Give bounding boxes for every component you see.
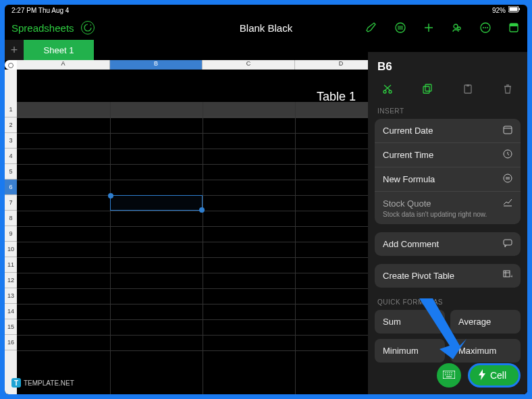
row-header[interactable]: 11 (5, 257, 17, 273)
svg-point-45 (447, 374, 448, 375)
comment-icon (503, 238, 512, 250)
svg-point-14 (487, 27, 488, 28)
battery-icon (508, 6, 521, 14)
create-pivot-table[interactable]: Create Pivot Table + (375, 264, 521, 288)
bolt-icon (478, 369, 486, 382)
row-header[interactable]: 4 (5, 149, 17, 164)
insert-item-label: Current Time (383, 150, 433, 160)
keyboard-button[interactable] (437, 363, 461, 388)
insert-current-date[interactable]: Current Date (375, 119, 521, 143)
add-comment[interactable]: Add Comment (375, 232, 521, 256)
cell-panel: B6 INSERT Current Date Current Time New … (368, 52, 527, 394)
svg-rect-2 (519, 8, 521, 10)
selection-handle-icon[interactable] (199, 207, 205, 213)
copy-icon[interactable] (421, 83, 433, 95)
watermark-icon: T (11, 378, 21, 388)
svg-point-47 (451, 374, 452, 375)
qf-minimum[interactable]: Minimum (375, 339, 445, 363)
organize-icon[interactable] (507, 21, 521, 34)
cell-button-label: Cell (490, 370, 506, 381)
pivot-label: Create Pivot Table (383, 271, 454, 281)
equals-icon (503, 174, 512, 185)
more-icon[interactable] (479, 21, 492, 34)
svg-rect-16 (510, 24, 518, 26)
selected-cell[interactable] (110, 195, 203, 211)
row-header-col: 1 2 3 4 5 6 7 8 9 10 11 12 13 14 15 16 (5, 70, 17, 394)
insert-new-formula[interactable]: New Formula (375, 167, 521, 192)
svg-point-10 (458, 27, 460, 30)
row-header[interactable]: 14 (5, 304, 17, 319)
svg-rect-34 (504, 240, 512, 245)
insert-current-time[interactable]: Current Time (375, 143, 521, 167)
clock-icon (503, 149, 512, 161)
row-header[interactable]: 3 (5, 133, 17, 149)
table-header-row (17, 102, 368, 117)
svg-point-46 (449, 374, 450, 375)
row-header[interactable]: 10 (5, 242, 17, 257)
back-label: Spreadsheets (11, 22, 74, 34)
row-header[interactable]: 9 (5, 226, 17, 242)
row-header[interactable]: 13 (5, 288, 17, 304)
svg-text:+: + (510, 274, 512, 279)
cut-icon[interactable] (381, 83, 394, 95)
watermark: T TEMPLATE.NET (11, 378, 74, 388)
svg-point-41 (447, 372, 448, 373)
row-header[interactable]: 7 (5, 195, 17, 211)
svg-point-44 (445, 374, 446, 375)
col-header[interactable]: C (203, 60, 295, 70)
row-header[interactable]: 15 (5, 319, 17, 335)
sheet-tab[interactable]: Sheet 1 (24, 40, 94, 60)
col-header[interactable]: A (17, 60, 110, 70)
svg-point-30 (504, 174, 512, 182)
svg-point-9 (454, 24, 458, 28)
svg-rect-48 (446, 377, 452, 377)
stock-subtext: Stock data isn't updating right now. (383, 211, 487, 218)
brush-icon[interactable] (365, 21, 379, 34)
insert-stock-quote[interactable]: Stock Quote Stock data isn't updating ri… (375, 192, 521, 224)
insert-section-label: INSERT (377, 107, 521, 115)
list-icon[interactable] (394, 21, 407, 34)
insert-item-label: New Formula (383, 174, 435, 184)
svg-point-42 (449, 372, 450, 373)
row-header[interactable]: 6 (5, 180, 17, 195)
qf-maximum[interactable]: Maximum (450, 339, 521, 363)
battery-percent: 92% (492, 7, 506, 14)
row-header[interactable]: 5 (5, 164, 17, 180)
calendar-icon (503, 125, 512, 136)
svg-point-13 (485, 27, 486, 28)
selection-handle-icon[interactable] (108, 193, 113, 198)
paste-icon[interactable] (462, 83, 474, 95)
svg-line-19 (384, 85, 390, 90)
back-button[interactable]: Spreadsheets (11, 21, 95, 34)
svg-rect-22 (425, 84, 431, 91)
insert-item-label: Current Date (383, 126, 433, 136)
svg-point-43 (451, 372, 452, 373)
col-header[interactable]: B (110, 60, 203, 70)
chart-icon (503, 198, 512, 209)
add-sheet-button[interactable]: + (5, 40, 24, 60)
svg-rect-39 (443, 371, 455, 379)
pivot-icon: + (503, 270, 512, 282)
cell-reference: B6 (377, 60, 521, 74)
collaborate-icon[interactable] (450, 21, 464, 34)
svg-point-40 (445, 372, 446, 373)
row-header[interactable]: 16 (5, 335, 17, 350)
keyboard-icon (443, 369, 455, 381)
svg-rect-1 (510, 7, 518, 11)
qf-sum[interactable]: Sum (375, 310, 445, 334)
row-header[interactable]: 8 (5, 211, 17, 226)
refresh-icon[interactable] (81, 21, 95, 34)
status-time: 2:27 PM Thu Aug 4 (11, 7, 69, 14)
row-header[interactable]: 12 (5, 273, 17, 288)
delete-icon[interactable] (502, 83, 514, 95)
watermark-text: TEMPLATE.NET (24, 379, 74, 387)
row-header[interactable]: 2 (5, 117, 17, 133)
cell-button[interactable]: Cell (468, 363, 521, 388)
plus-icon[interactable] (422, 21, 435, 34)
svg-rect-24 (467, 84, 469, 86)
qf-average[interactable]: Average (450, 310, 521, 334)
row-header[interactable]: 1 (5, 102, 17, 117)
select-all-corner[interactable] (5, 60, 17, 70)
svg-point-12 (483, 27, 484, 28)
svg-point-18 (389, 90, 392, 93)
